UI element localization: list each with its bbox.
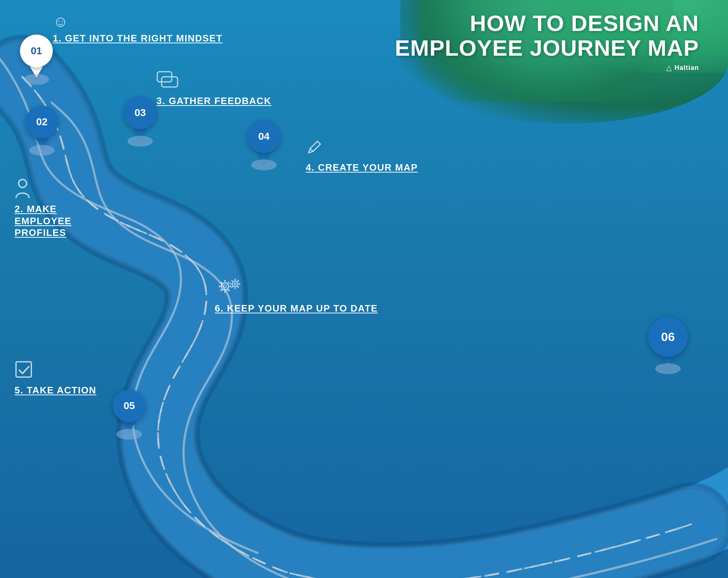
pin-01-circle: 01 <box>20 35 53 67</box>
pin-06-shadow <box>655 363 681 374</box>
pin-04-circle: 04 <box>248 120 280 153</box>
person-icon <box>15 178 116 201</box>
checkbox-icon <box>15 360 96 382</box>
step-2-text: 2. MAKE EMPLOYEE PROFILES <box>15 203 116 239</box>
svg-point-0 <box>19 179 27 187</box>
step-5-label: 5. TAKE ACTION <box>15 360 96 396</box>
svg-rect-4 <box>16 362 31 377</box>
step-1-text: 1. GET INTO THE RIGHT MINDSET <box>53 32 222 44</box>
svg-line-11 <box>221 282 222 283</box>
step-6-text: 6. KEEP YOUR MAP UP TO DATE <box>215 302 378 314</box>
pin-05-shadow <box>116 429 142 440</box>
pencil-icon <box>306 138 418 159</box>
pin-05: 05 <box>113 389 146 440</box>
pin-03-circle: 03 <box>124 96 157 129</box>
pin-02: 02 <box>25 106 58 156</box>
step-4-label: 4. CREATE YOUR MAP <box>306 138 418 174</box>
svg-line-24 <box>232 286 233 288</box>
pin-02-circle: 02 <box>25 106 58 138</box>
step-4-text: 4. CREATE YOUR MAP <box>306 162 418 174</box>
svg-point-15 <box>232 281 238 287</box>
smiley-icon: ☺ <box>53 13 222 30</box>
step-3-text: 3. GATHER FEEDBACK <box>157 95 271 107</box>
svg-line-23 <box>238 280 239 281</box>
brand-icon: △ <box>666 63 672 72</box>
svg-line-21 <box>232 280 233 281</box>
pin-04: 04 <box>248 120 280 170</box>
step-2-label: 2. MAKE EMPLOYEE PROFILES <box>15 178 116 239</box>
svg-line-3 <box>310 149 313 151</box>
title-block: HOW TO DESIGN AN EMPLOYEE JOURNEY MAP △ … <box>395 11 699 72</box>
canvas: HOW TO DESIGN AN EMPLOYEE JOURNEY MAP △ … <box>0 0 728 578</box>
brand-name: Haltian <box>674 64 699 72</box>
pin-03-shadow <box>127 136 153 147</box>
svg-line-22 <box>238 286 239 288</box>
svg-line-13 <box>228 282 229 283</box>
gears-icon <box>215 277 378 300</box>
step-1-label: ☺ 1. GET INTO THE RIGHT MINDSET <box>53 13 222 44</box>
brand-block: △ Haltian <box>395 63 699 72</box>
pin-03: 03 <box>124 96 157 147</box>
pin-06: 06 <box>648 317 688 374</box>
step-5-text: 5. TAKE ACTION <box>15 384 96 396</box>
svg-line-14 <box>221 290 222 291</box>
svg-point-6 <box>223 285 226 288</box>
chat-icon <box>157 71 271 93</box>
pin-01-shadow <box>24 74 49 85</box>
svg-point-5 <box>221 283 229 290</box>
title-text: HOW TO DESIGN AN EMPLOYEE JOURNEY MAP <box>395 11 699 60</box>
svg-point-16 <box>234 283 236 285</box>
svg-line-12 <box>228 290 229 291</box>
step-3-label: 3. GATHER FEEDBACK <box>157 71 271 107</box>
pin-01: 01 <box>20 35 53 85</box>
pin-02-shadow <box>29 145 55 156</box>
step-6-label: 6. KEEP YOUR MAP UP TO DATE <box>215 277 378 314</box>
pin-04-shadow <box>251 159 277 170</box>
pin-06-circle: 06 <box>648 317 688 357</box>
pin-05-circle: 05 <box>113 389 146 422</box>
